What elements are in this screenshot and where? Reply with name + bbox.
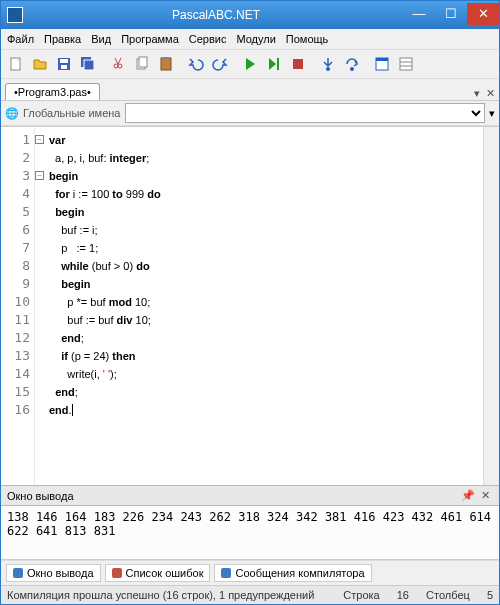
code-line[interactable]: begin: [49, 203, 483, 221]
svg-rect-16: [400, 58, 412, 70]
paste-button[interactable]: [155, 53, 177, 75]
output-pane[interactable]: 138 146 164 183 226 234 243 262 318 324 …: [1, 506, 499, 560]
menu-Модули[interactable]: Модули: [236, 33, 275, 45]
save-all-button[interactable]: [77, 53, 99, 75]
line-number: 6: [1, 221, 34, 239]
code-line[interactable]: end.: [49, 401, 483, 419]
code-line[interactable]: end;: [49, 329, 483, 347]
pin-icon[interactable]: 📌: [458, 489, 478, 502]
run-no-debug-button[interactable]: [263, 53, 285, 75]
code-line[interactable]: var: [49, 131, 483, 149]
fold-icon[interactable]: −: [35, 135, 44, 144]
gutter: 1−23−45678910111213141516: [1, 127, 35, 485]
bottom-tab[interactable]: Сообщения компилятора: [214, 564, 371, 582]
bottom-tab-bar: Окно выводаСписок ошибокСообщения компил…: [1, 560, 499, 585]
line-number: 4: [1, 185, 34, 203]
status-message: Компиляция прошла успешно (16 строк), 1 …: [7, 589, 329, 601]
status-bar: Компиляция прошла успешно (16 строк), 1 …: [1, 585, 499, 604]
menu-bar: ФайлПравкаВидПрограммаСервисМодулиПомощь: [1, 29, 499, 50]
step-into-button[interactable]: [317, 53, 339, 75]
line-number: 11: [1, 311, 34, 329]
copy-button[interactable]: [131, 53, 153, 75]
line-number: 13: [1, 347, 34, 365]
menu-Помощь[interactable]: Помощь: [286, 33, 329, 45]
output-header: Окно вывода 📌 ✕: [1, 485, 499, 506]
menu-Файл[interactable]: Файл: [7, 33, 34, 45]
output-title: Окно вывода: [7, 490, 458, 502]
svg-point-12: [326, 67, 330, 71]
tab-label: Окно вывода: [27, 567, 94, 579]
output-close-button[interactable]: ✕: [478, 489, 493, 502]
new-file-button[interactable]: [5, 53, 27, 75]
line-number: 14: [1, 365, 34, 383]
editor-tab[interactable]: •Program3.pas•: [5, 83, 100, 100]
code-line[interactable]: while (buf > 0) do: [49, 257, 483, 275]
svg-rect-5: [84, 60, 94, 70]
menu-Вид[interactable]: Вид: [91, 33, 111, 45]
class-view-button[interactable]: [395, 53, 417, 75]
save-button[interactable]: [53, 53, 75, 75]
window-title: PascalABC.NET: [29, 8, 403, 22]
close-button[interactable]: ✕: [467, 3, 499, 25]
code-line[interactable]: write(i, ' ');: [49, 365, 483, 383]
status-col-label: Столбец: [426, 589, 470, 601]
bottom-tab[interactable]: Список ошибок: [105, 564, 211, 582]
open-file-button[interactable]: [29, 53, 51, 75]
svg-rect-9: [163, 57, 169, 60]
code-line[interactable]: a, p, i, buf: integer;: [49, 149, 483, 167]
minimize-button[interactable]: —: [403, 3, 435, 25]
scope-dropdown[interactable]: [125, 103, 486, 123]
line-number: 8: [1, 257, 34, 275]
menu-Программа[interactable]: Программа: [121, 33, 179, 45]
code-line[interactable]: p := 1;: [49, 239, 483, 257]
code-line[interactable]: begin: [49, 275, 483, 293]
line-number: 9: [1, 275, 34, 293]
code-line[interactable]: buf := i;: [49, 221, 483, 239]
scope-bar: 🌐 Глобальные имена ▾: [1, 101, 499, 126]
line-number: 5: [1, 203, 34, 221]
svg-rect-2: [60, 59, 68, 63]
title-bar: PascalABC.NET — ☐ ✕: [1, 1, 499, 29]
globe-icon: 🌐: [5, 107, 19, 120]
stop-button[interactable]: [287, 53, 309, 75]
status-line-label: Строка: [343, 589, 379, 601]
run-button[interactable]: [239, 53, 261, 75]
code-line[interactable]: buf := buf div 10;: [49, 311, 483, 329]
redo-button[interactable]: [209, 53, 231, 75]
fold-icon[interactable]: −: [35, 171, 44, 180]
chevron-down-icon[interactable]: ▾: [489, 107, 495, 120]
line-number: 12: [1, 329, 34, 347]
app-icon: [7, 7, 23, 23]
svg-rect-11: [293, 59, 303, 69]
code-line[interactable]: for i := 100 to 999 do: [49, 185, 483, 203]
line-number: 15: [1, 383, 34, 401]
status-line-value: 16: [397, 589, 409, 601]
step-over-button[interactable]: [341, 53, 363, 75]
line-number: 7: [1, 239, 34, 257]
tab-icon: [221, 568, 231, 578]
menu-Сервис[interactable]: Сервис: [189, 33, 227, 45]
bottom-tab[interactable]: Окно вывода: [6, 564, 101, 582]
form-designer-button[interactable]: [371, 53, 393, 75]
line-number: 10: [1, 293, 34, 311]
code-line[interactable]: end;: [49, 383, 483, 401]
cut-button[interactable]: [107, 53, 129, 75]
editor-tab-bar: •Program3.pas• ▾ ✕: [1, 79, 499, 101]
undo-button[interactable]: [185, 53, 207, 75]
tab-label: Сообщения компилятора: [235, 567, 364, 579]
scrollbar-vertical[interactable]: [483, 127, 499, 485]
tab-list-button[interactable]: ▾: [474, 87, 480, 100]
tab-close-button[interactable]: ✕: [486, 87, 495, 100]
code-line[interactable]: if (p = 24) then: [49, 347, 483, 365]
menu-Правка[interactable]: Правка: [44, 33, 81, 45]
code-area[interactable]: var a, p, i, buf: integer;begin for i :=…: [35, 127, 483, 485]
toolbar: [1, 50, 499, 79]
code-editor[interactable]: 1−23−45678910111213141516 var a, p, i, b…: [1, 126, 499, 485]
line-number: 16: [1, 401, 34, 419]
code-line[interactable]: begin: [49, 167, 483, 185]
line-number: 1−: [1, 131, 34, 149]
tab-label: Список ошибок: [126, 567, 204, 579]
code-line[interactable]: p *= buf mod 10;: [49, 293, 483, 311]
maximize-button[interactable]: ☐: [435, 3, 467, 25]
svg-rect-15: [376, 58, 388, 61]
